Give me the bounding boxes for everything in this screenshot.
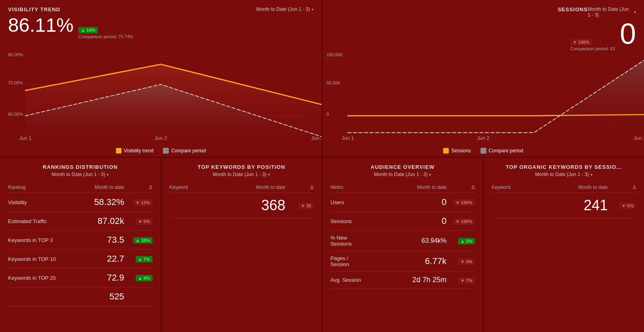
col-keyword: Keyword <box>169 184 242 190</box>
top-organic-panel: TOP ORGANIC KEYWORDS BY SESSIO... Month … <box>484 158 644 332</box>
rankings-period-selector[interactable]: Month to Date (Jun 1 - 3) ▾ <box>8 172 153 177</box>
s-y-label-0: 0 <box>326 112 329 117</box>
visibility-title: VISIBILITY TREND <box>8 6 60 12</box>
sessions-badge: ▼ 100% <box>570 39 592 45</box>
table-row: Users 0 ▼ 100% <box>330 193 475 212</box>
row-label-1: Estimated Traffic <box>8 218 80 224</box>
top-keywords-table: Keyword Month to date Δ 368 ▼ 35 <box>169 181 314 218</box>
bottom-row: RANKINGS DISTRIBUTION Month to Date (Jun… <box>0 158 644 332</box>
svg-text:Jun 2: Jun 2 <box>155 135 167 141</box>
row-value-0: 58.32% <box>80 197 128 207</box>
row-value-1: 87.02k <box>80 216 128 226</box>
top-organic-period-selector[interactable]: Month to Date (Jun 1 - 3) ▾ <box>492 172 636 177</box>
svg-text:Jun 3: Jun 3 <box>634 135 644 141</box>
y-label-80: 80.00% <box>8 52 23 57</box>
aud-label-3: Pages /Session <box>330 255 402 267</box>
visibility-chart: Jun 1 Jun 2 Jun 3 <box>0 52 322 141</box>
dashboard: VISIBILITY TREND Month to Date (Jun 1 - … <box>0 0 644 332</box>
audience-title: AUDIENCE OVERVIEW <box>330 164 475 170</box>
sessions-value: 0 <box>620 19 636 48</box>
legend-sessions-label: Sessions <box>451 148 471 154</box>
table-row: Keywords in TOP 10 22.7 ▲ 7% <box>8 250 153 268</box>
col-keyword-mtd: Month to date <box>241 184 289 190</box>
row-label-4: Keywords in TOP 20 <box>8 275 80 281</box>
legend-sessions-compare-label: Compare period <box>489 148 523 154</box>
aud-value-3: 6.77k <box>402 256 451 266</box>
aud-delta-1: ▼ 100% <box>451 217 475 225</box>
sessions-legend: Sessions Compare period <box>322 148 644 154</box>
visibility-period-label: Month to Date (Jun 1 - 3) <box>256 6 310 12</box>
row-value-4: 72.9 <box>80 273 128 283</box>
audience-table-header: Metric Month to date Δ <box>330 181 475 193</box>
aud-delta-0: ▼ 100% <box>451 199 475 206</box>
table-row: Keywords in TOP 3 73.5 ▲ 10% <box>8 231 153 250</box>
org-delta-badge: ▼ 5% <box>619 203 636 209</box>
aud-delta-2: ▲ 3% <box>451 237 475 244</box>
aud-value-2: 63.94k% <box>402 237 451 244</box>
svg-marker-11 <box>348 60 644 141</box>
row-delta-4: ▲ 4% <box>128 274 153 281</box>
table-row: Visibility 58.32% ▼ 12% <box>8 193 153 212</box>
top-keywords-panel: TOP KEYWORDS BY POSITION Month to Date (… <box>161 158 322 332</box>
rankings-title: RANKINGS DISTRIBUTION <box>8 164 153 170</box>
s-y-label-100k: 100,000 <box>326 52 343 57</box>
table-row: Keywords in TOP 20 72.9 ▲ 4% <box>8 268 153 287</box>
y-label-70: 70.00% <box>8 80 23 85</box>
top-organic-title: TOP ORGANIC KEYWORDS BY SESSIO... <box>492 164 636 170</box>
top-keywords-period-label: Month to Date (Jun 1 - 3) <box>213 172 266 177</box>
sessions-period-label: Month to Date (Jun 1 - 3) <box>588 6 632 18</box>
aud-label-4: Avg. Session <box>330 277 402 283</box>
top-organic-header-row: Keyword Month to date Δ <box>492 181 636 193</box>
row-delta-2: ▲ 10% <box>128 236 153 244</box>
row-delta-3: ▲ 7% <box>128 255 153 262</box>
visibility-period-selector[interactable]: Month to Date (Jun 1 - 3) ▾ <box>256 6 314 12</box>
audience-period-arrow: ▾ <box>429 172 431 177</box>
keyword-row-delta: ▼ 35 <box>289 202 314 209</box>
rankings-table: Ranking Month to date Δ Visibility 58.32… <box>8 181 153 306</box>
top-keywords-header: TOP KEYWORDS BY POSITION Month to Date (… <box>169 164 314 177</box>
legend-sessions-compare-box <box>481 148 486 154</box>
org-row-delta: ▼ 5% <box>612 202 636 209</box>
audience-header: AUDIENCE OVERVIEW Month to Date (Jun 1 -… <box>330 164 475 177</box>
row-label-3: Keywords in TOP 10 <box>8 256 80 262</box>
svg-text:Jun 1: Jun 1 <box>342 135 354 141</box>
visibility-legend: Visibility trend Compare period <box>0 148 322 154</box>
top-keywords-title: TOP KEYWORDS BY POSITION <box>169 164 314 170</box>
aud-col-delta: Δ <box>451 184 475 190</box>
aud-value-0: 0 <box>402 197 451 207</box>
table-row: 241 ▼ 5% <box>492 193 636 218</box>
org-col-keyword: Keyword <box>492 184 564 190</box>
sessions-header: SESSIONS Month to Date (Jun 1 - 3) ▾ <box>330 6 636 18</box>
row-delta-0: ▼ 12% <box>128 199 153 206</box>
row-value-5: 525 <box>80 291 128 302</box>
aud-value-1: 0 <box>402 216 451 226</box>
aud-col-metric: Metric <box>330 184 402 190</box>
visibility-chart-container: 80.00% 70.00% 60.00% <box>0 52 322 141</box>
legend-visibility-label: Visibility trend <box>124 148 154 154</box>
aud-delta-3: ▼ 4% <box>451 258 475 265</box>
sessions-period-selector[interactable]: Month to Date (Jun 1 - 3) ▾ <box>588 6 636 18</box>
audience-period-selector[interactable]: Month to Date (Jun 1 - 3) ▾ <box>330 172 475 177</box>
sessions-chart: Jun 1 Jun 2 Jun 3 <box>322 52 644 141</box>
svg-text:Jun 2: Jun 2 <box>477 135 489 141</box>
row-value-2: 73.5 <box>80 235 128 245</box>
table-row: 368 ▼ 35 <box>169 193 314 218</box>
top-organic-table: Keyword Month to date Δ 241 ▼ 5% <box>492 181 636 218</box>
svg-text:Jun 1: Jun 1 <box>19 135 32 141</box>
y-label-60: 60.00% <box>8 112 23 117</box>
sessions-comparison: Comparison period: 63 <box>570 46 615 51</box>
col-delta: Δ <box>128 184 153 190</box>
audience-panel: AUDIENCE OVERVIEW Month to Date (Jun 1 -… <box>322 158 483 332</box>
org-col-delta: Δ <box>612 184 636 190</box>
table-row: % NewSessions 63.94k% ▲ 3% <box>330 231 475 251</box>
row-delta-1: ▼ 5% <box>128 217 153 225</box>
svg-text:Jun 3: Jun 3 <box>311 135 322 141</box>
legend-visibility-box <box>116 148 122 154</box>
rankings-header: RANKINGS DISTRIBUTION Month to Date (Jun… <box>8 164 153 177</box>
legend-visibility-compare: Compare period <box>163 148 206 154</box>
table-row: Pages /Session 6.77k ▼ 4% <box>330 251 475 272</box>
top-keywords-period[interactable]: Month to Date (Jun 1 - 3) ▾ <box>169 172 314 177</box>
aud-label-0: Users <box>330 199 402 205</box>
aud-value-4: 2d 7h 25m <box>402 276 451 284</box>
visibility-panel: VISIBILITY TREND Month to Date (Jun 1 - … <box>0 0 322 157</box>
